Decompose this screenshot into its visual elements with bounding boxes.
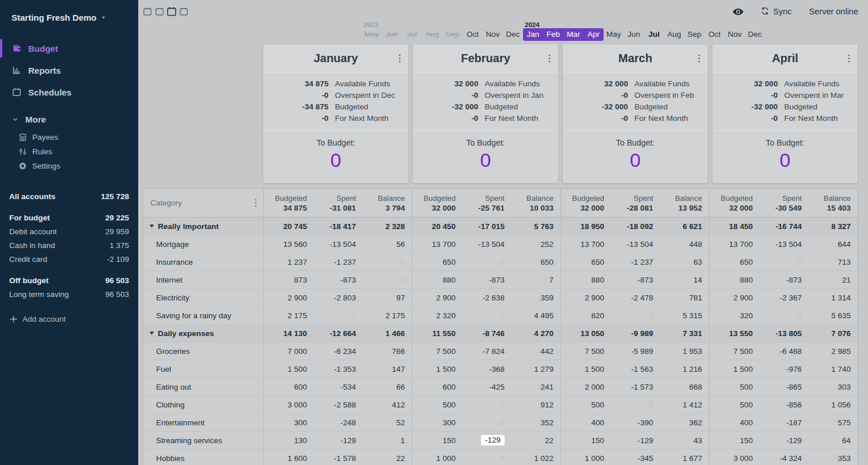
category-name[interactable]: Saving for a rainy day [143, 307, 263, 324]
budgeted-cell[interactable]: 300 [412, 414, 461, 431]
budgeted-cell[interactable]: 13 700 [412, 235, 461, 253]
budgeted-cell[interactable]: 500 [710, 396, 759, 413]
budgeted-cell[interactable]: 2 900 [561, 289, 610, 306]
spent-cell[interactable]: -865 [759, 378, 808, 395]
balance-cell[interactable]: 352 [510, 414, 560, 431]
calendar-4-months-button[interactable] [179, 7, 188, 16]
balance-cell[interactable]: 1 022 [510, 449, 560, 465]
budgeted-cell[interactable]: 1 500 [710, 360, 759, 378]
balance-cell[interactable]: 781 [659, 289, 709, 306]
balance-cell[interactable]: 448 [659, 235, 709, 253]
month-menu-button[interactable] [399, 54, 401, 63]
spent-cell[interactable]: -248 [313, 414, 362, 431]
spent-cell[interactable]: -13 504 [461, 235, 510, 253]
budgeted-cell[interactable]: 600 [412, 378, 461, 395]
sync-button[interactable]: Sync [761, 7, 791, 17]
to-budget-amount[interactable]: 0 [413, 149, 558, 171]
category-name[interactable]: Mortgage [143, 235, 263, 253]
spent-cell[interactable]: -976 [759, 360, 808, 378]
spent-cell[interactable]: 0 [610, 307, 659, 324]
spent-cell[interactable]: 0 [461, 449, 510, 465]
budgeted-cell[interactable]: 650 [561, 253, 610, 270]
calendar-1-month-button[interactable] [143, 7, 152, 16]
budgeted-cell[interactable]: 650 [412, 253, 461, 270]
spent-cell[interactable]: -856 [759, 396, 808, 413]
budgeted-cell[interactable]: 1 000 [561, 449, 610, 465]
balance-cell[interactable]: 359 [510, 289, 560, 306]
balance-cell[interactable]: 0 [362, 253, 412, 270]
balance-cell[interactable]: 303 [808, 378, 858, 395]
spent-cell[interactable]: -1 573 [610, 378, 659, 395]
category-name[interactable]: Insurrance [143, 253, 263, 270]
budgeted-cell[interactable]: 873 [264, 271, 313, 288]
spent-cell[interactable]: 0 [759, 307, 808, 324]
sidebar-item-schedules[interactable]: Schedules [0, 81, 138, 103]
balance-cell[interactable]: 668 [659, 378, 709, 395]
budgeted-cell[interactable]: 13 700 [710, 235, 759, 253]
balance-cell[interactable]: 21 [808, 271, 858, 288]
balance-cell[interactable]: 43 [659, 432, 709, 449]
spent-cell[interactable]: -187 [759, 414, 808, 431]
spent-cell[interactable]: -4 324 [759, 449, 808, 465]
month-picker-dec-19[interactable]: Dec [745, 28, 765, 41]
budgeted-cell[interactable]: 1 600 [264, 449, 313, 465]
budgeted-cell[interactable]: 880 [412, 271, 461, 288]
month-menu-button[interactable] [548, 54, 551, 63]
balance-cell[interactable]: 7 [510, 271, 560, 288]
budgeted-cell[interactable]: 650 [710, 253, 759, 270]
budgeted-cell[interactable]: 7 500 [561, 342, 610, 360]
spent-cell[interactable]: -873 [610, 271, 659, 288]
month-picker-jun-1[interactable]: Jun [382, 28, 402, 41]
budgeted-cell[interactable]: 1 500 [264, 360, 313, 378]
budgeted-cell[interactable]: 1 500 [561, 360, 610, 378]
budgeted-cell[interactable]: 500 [412, 396, 461, 413]
spent-cell[interactable]: -13 504 [313, 235, 362, 253]
budgeted-cell[interactable]: 1 237 [264, 253, 313, 270]
budgeted-cell[interactable]: 400 [710, 414, 759, 431]
spent-cell[interactable]: -534 [313, 378, 362, 395]
category-name[interactable]: Streaming services [143, 432, 263, 449]
category-name[interactable]: Eating out [143, 378, 263, 395]
budgeted-cell[interactable]: 13 700 [561, 235, 610, 253]
balance-cell[interactable]: 22 [362, 449, 412, 465]
budgeted-cell[interactable]: 500 [710, 378, 759, 395]
month-picker-jan-8[interactable]: Jan2024 [523, 28, 543, 41]
month-picker-feb-9[interactable]: Feb [543, 28, 563, 41]
month-picker-may-12[interactable]: May [604, 28, 624, 41]
balance-cell[interactable]: 147 [362, 360, 412, 378]
month-picker-dec-7[interactable]: Dec [503, 28, 523, 41]
spent-cell-focused[interactable]: -129 [461, 432, 510, 449]
balance-cell[interactable]: 1 056 [808, 396, 858, 413]
balance-cell[interactable]: 2 175 [362, 307, 412, 324]
spent-cell[interactable]: -1 237 [313, 253, 362, 270]
balance-cell[interactable]: 1 412 [659, 396, 709, 413]
budgeted-cell[interactable]: 1 000 [412, 449, 461, 465]
budgeted-cell[interactable]: 2 900 [412, 289, 461, 306]
spent-cell[interactable]: 0 [461, 307, 510, 324]
budgeted-cell[interactable]: 880 [710, 271, 759, 288]
month-picker-aug-15[interactable]: Aug [664, 28, 684, 41]
balance-cell[interactable]: 650 [510, 253, 560, 270]
account-row-credit-card[interactable]: Credit card-2 109 [9, 252, 129, 266]
account-row-long-term-saving[interactable]: Long term saving96 503 [9, 287, 129, 301]
server-status-button[interactable]: Server online [809, 7, 858, 16]
budgeted-cell[interactable]: 1 500 [412, 360, 461, 378]
balance-cell[interactable]: 766 [362, 342, 412, 360]
sidebar-item-rules[interactable]: Rules [0, 144, 138, 159]
month-picker-jul-2[interactable]: Jul [402, 28, 422, 41]
balance-cell[interactable]: 713 [808, 253, 858, 270]
category-name[interactable]: Electricity [143, 289, 263, 306]
sidebar-item-budget[interactable]: Budget [0, 37, 138, 59]
balance-cell[interactable]: 1 [362, 432, 412, 449]
all-accounts-row[interactable]: All accounts125 728 [9, 189, 129, 203]
balance-cell[interactable]: 66 [362, 378, 412, 395]
balance-cell[interactable]: 362 [659, 414, 709, 431]
spent-cell[interactable]: -390 [610, 414, 659, 431]
category-menu-button[interactable] [255, 199, 257, 207]
balance-cell[interactable]: 241 [510, 378, 560, 395]
balance-cell[interactable]: 52 [362, 414, 412, 431]
calendar-3-months-button[interactable] [166, 6, 177, 17]
balance-cell[interactable]: 64 [808, 432, 858, 449]
spent-cell[interactable]: -873 [313, 271, 362, 288]
spent-cell[interactable]: -873 [461, 271, 510, 288]
